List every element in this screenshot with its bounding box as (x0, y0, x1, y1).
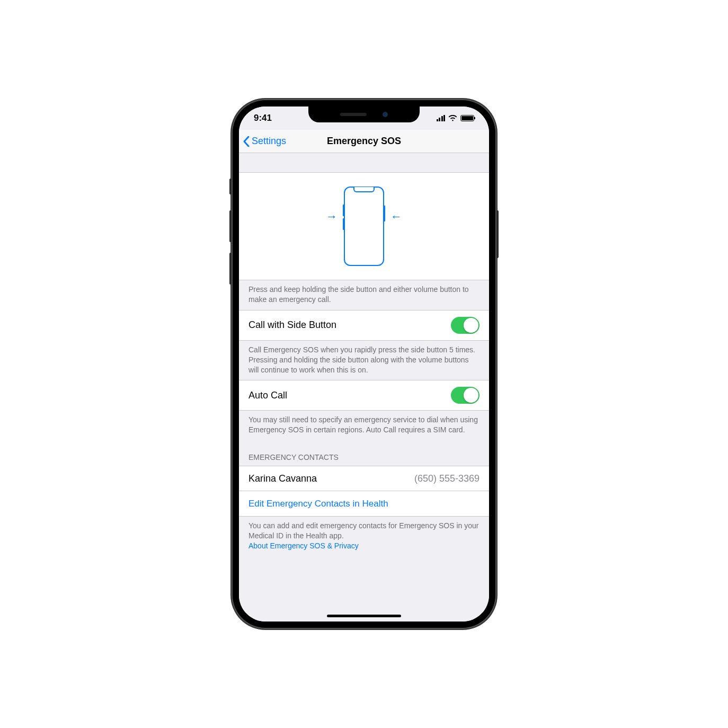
wifi-icon (448, 115, 457, 121)
auto-call-footer: You may still need to specify an emergen… (239, 411, 489, 440)
notch (308, 106, 420, 122)
edit-contacts-button[interactable]: Edit Emergency Contacts in Health (239, 491, 489, 517)
screen: 9:41 Settings Emergency SOS (239, 106, 489, 622)
cellular-icon (437, 115, 446, 121)
arrow-right-icon: → (326, 210, 338, 224)
back-button[interactable]: Settings (243, 136, 286, 147)
chevron-left-icon (243, 136, 250, 147)
contacts-footer: You can add and edit emergency contacts … (239, 517, 489, 556)
call-side-toggle[interactable] (451, 317, 480, 334)
volume-up-button (229, 210, 232, 242)
device-frame: 9:41 Settings Emergency SOS (232, 99, 496, 629)
about-privacy-link[interactable]: About Emergency SOS & Privacy (248, 541, 359, 550)
battery-icon (460, 115, 474, 121)
auto-call-cell: Auto Call (239, 380, 489, 411)
hero-footer: Press and keep holding the side button a… (239, 280, 489, 310)
contacts-footer-text: You can add and edit emergency contacts … (248, 521, 479, 540)
contact-phone: (650) 555-3369 (414, 473, 480, 484)
back-label: Settings (252, 136, 286, 147)
contact-name: Karina Cavanna (248, 473, 317, 484)
volume-down-button (229, 253, 232, 285)
call-with-side-button-cell: Call with Side Button (239, 310, 489, 341)
arrow-left-icon: ← (390, 210, 402, 224)
contact-row[interactable]: Karina Cavanna (650) 555-3369 (239, 466, 489, 491)
page-title: Emergency SOS (327, 136, 401, 147)
hero-cell: → ← (239, 172, 489, 280)
call-side-footer: Call Emergency SOS when you rapidly pres… (239, 341, 489, 380)
emergency-contacts-header: EMERGENCY CONTACTS (239, 440, 489, 466)
auto-call-label: Auto Call (248, 390, 287, 401)
mute-switch (229, 179, 232, 194)
auto-call-toggle[interactable] (451, 387, 480, 404)
nav-bar: Settings Emergency SOS (239, 130, 489, 153)
speaker (340, 113, 367, 116)
status-icons (437, 115, 475, 121)
status-time: 9:41 (254, 113, 272, 123)
content[interactable]: → ← Press and keep holding the side butt… (239, 153, 489, 622)
home-indicator[interactable] (327, 615, 401, 617)
call-side-label: Call with Side Button (248, 319, 336, 331)
front-camera (383, 112, 388, 117)
side-button (496, 210, 499, 258)
phone-diagram-icon: → ← (344, 187, 384, 266)
edit-contacts-label: Edit Emergency Contacts in Health (248, 499, 388, 509)
